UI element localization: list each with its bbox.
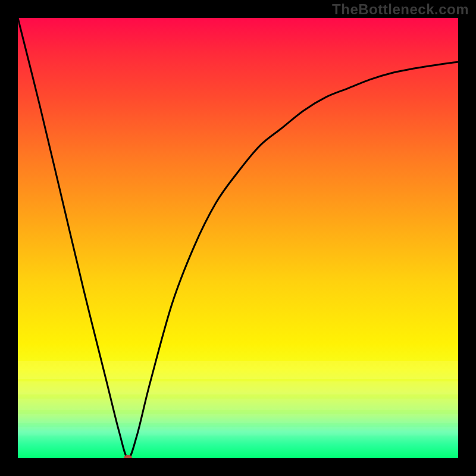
bottleneck-curve (18, 18, 458, 458)
watermark-text: TheBottleneck.com (332, 1, 469, 18)
plot-area (18, 18, 458, 458)
chart-frame: TheBottleneck.com (0, 0, 476, 476)
curve-svg (18, 18, 458, 458)
minimum-marker (124, 455, 132, 458)
